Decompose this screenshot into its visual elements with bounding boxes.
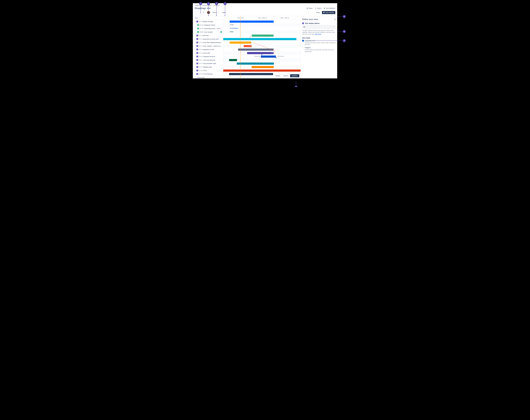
checkbox-checked-icon[interactable]: ✓ [302, 40, 304, 42]
epic-row[interactable]: CP-8Integrations & APIs [193, 48, 223, 51]
epic-key: CP-7 [199, 45, 202, 47]
share-button[interactable]: Share [306, 7, 313, 9]
status-label: IN PROGRESS [230, 28, 238, 29]
epic-key: CP-11 [199, 59, 203, 61]
timeline-body: TO DO IN PROGRESS DONE 🔗 🔗 🔗 2021/02/06 … [223, 20, 301, 78]
epic-bar[interactable] [230, 21, 274, 23]
epic-row[interactable]: CP-12Documentation uplift [193, 62, 223, 65]
epic-name: Integrations & APIs [203, 49, 222, 50]
epic-bar[interactable] [229, 73, 273, 75]
epic-row[interactable]: CP-6Cross-team initiative planning [193, 41, 223, 44]
epic-name: Large piece of secret work [203, 38, 222, 40]
zoom-weeks[interactable]: Weeks [274, 74, 282, 77]
issue-type-icon [196, 73, 198, 75]
search-icon [203, 12, 204, 13]
today-button[interactable]: Today [315, 11, 321, 14]
epic-key: CP-17 [200, 31, 204, 33]
epic-row[interactable]: ▸CP-4GTM Plan [193, 34, 223, 37]
epic-row[interactable]: CP-17User research✓ [193, 30, 223, 34]
epic-row[interactable]: CP-14KTLO [193, 69, 223, 72]
epic-bar[interactable] [223, 70, 301, 72]
breadcrumb: Projects / Classic project / CP board [193, 3, 337, 7]
epic-bar[interactable] [223, 38, 296, 40]
chevron-down-icon[interactable]: ▾ [195, 21, 196, 22]
epic-bar[interactable] [261, 56, 276, 58]
epic-bar[interactable] [229, 59, 237, 61]
share-icon [306, 7, 308, 9]
date-handle[interactable] [261, 54, 262, 55]
refine-panel: Refine your view ✕ Epic display options … [301, 16, 337, 78]
status-filter[interactable]: Status [212, 11, 220, 14]
progress-checkbox-row[interactable]: Progress [302, 47, 336, 48]
epic-name: KTLO [203, 70, 222, 71]
epic-bar[interactable]: 🔗 [247, 52, 274, 54]
epic-row[interactable]: ▾CP-3Website redesign [193, 20, 223, 23]
issue-type-icon [196, 56, 198, 57]
svg-point-1 [307, 8, 307, 8]
epic-key: CP-15 [199, 73, 203, 75]
epic-name: FY22 Planning [203, 73, 222, 75]
epic-row[interactable]: CP-18Styleguide refresh [193, 23, 223, 27]
search-input[interactable] [195, 11, 205, 14]
epic-name: Migration plan [203, 66, 222, 68]
date-start-label: 2021/02/06 [254, 56, 260, 57]
issue-type-icon [196, 49, 198, 50]
export-button[interactable]: Export [315, 7, 321, 9]
feedback-button[interactable]: Give feedback [324, 7, 335, 9]
quarter-label: APR – JUN '21 [274, 16, 296, 20]
zoom-months[interactable]: Months [282, 74, 290, 77]
issue-type-icon [196, 63, 198, 64]
label-filter[interactable]: Label [221, 11, 228, 14]
crumb-project[interactable]: Classic project [202, 5, 211, 6]
date-handle[interactable] [276, 57, 277, 58]
epic-row[interactable]: CP-16Audit E2E journey – consu… [193, 27, 223, 30]
issue-type-icon [196, 21, 198, 22]
epic-display-select[interactable]: All [302, 25, 336, 29]
epic-key: CP-14 [199, 70, 203, 71]
epic-name: Documentation uplift [203, 63, 222, 64]
crumb-projects[interactable]: Projects [195, 5, 200, 6]
timeline[interactable]: OCT – DEC JAN – MAR '21 APR – JUN '21 TO… [223, 16, 301, 78]
epic-row[interactable]: CP-10Keyboard shortcuts [193, 55, 223, 58]
epic-key: CP-4 [199, 35, 202, 36]
epic-name: Audit E2E journey – consu… [204, 28, 222, 29]
checkbox-icon[interactable] [302, 47, 304, 48]
epic-bar[interactable]: 🔗 [244, 45, 252, 47]
epic-name: Issue key generator [203, 59, 222, 61]
epic-bar[interactable] [238, 48, 274, 51]
more-detail-header: More detail [302, 37, 336, 39]
status-label: DONE [230, 31, 233, 32]
epic-name: Keyboard shortcuts [203, 56, 222, 57]
quarter-label: JAN – MAR '21 [252, 16, 274, 20]
issue-type-icon [197, 31, 199, 33]
epic-row[interactable]: CP-9Launch plan [193, 51, 223, 55]
epic-display-header: Epic display options [302, 22, 336, 24]
close-icon[interactable]: ✕ [334, 18, 336, 21]
zoom-quarters[interactable]: Quarters [290, 74, 299, 77]
epic-bar[interactable] [237, 62, 274, 65]
callout-2: 2 [207, 2, 210, 5]
panel-title: Refine your view [302, 18, 318, 21]
epic-row[interactable]: CP-11Issue key generator [193, 58, 223, 62]
epic-row[interactable]: CP-7Comp. Analysis – what's out the… [193, 44, 223, 48]
epic-bar[interactable] [230, 42, 251, 44]
view-settings-button[interactable]: View settings [322, 11, 335, 14]
callout-6: 6 [343, 30, 346, 33]
epic-row[interactable]: CP-13Migration plan [193, 65, 223, 69]
chevron-down-icon [333, 26, 335, 28]
issue-type-icon [196, 45, 198, 47]
epic-row[interactable]: CP-15FY22 Planning [193, 72, 223, 76]
create-epic-button[interactable]: ＋Create Epic [193, 76, 223, 78]
done-check-icon: ✓ [220, 31, 222, 33]
epic-bar[interactable]: 🔗 [252, 35, 274, 37]
epic-key: CP-10 [199, 56, 203, 57]
epic-key: CP-9 [199, 52, 202, 54]
timeline-header: OCT – DEC JAN – MAR '21 APR – JUN '21 [223, 16, 301, 20]
epic-bar[interactable] [252, 66, 274, 68]
issue-type-icon [196, 59, 198, 61]
epic-row[interactable]: CP-5Large piece of secret work [193, 37, 223, 41]
callout-4: 4 [223, 2, 226, 5]
chevron-right-icon[interactable]: ▸ [195, 35, 196, 36]
learn-more-link[interactable]: Learn more [315, 33, 321, 35]
epic-name: Styleguide refresh [204, 24, 222, 26]
